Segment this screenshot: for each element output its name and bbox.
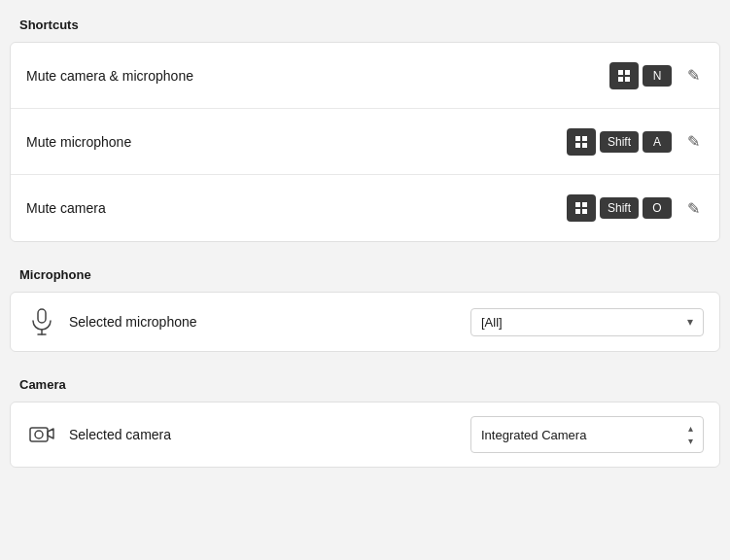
microphone-card: Selected microphone [All] ▾ — [10, 292, 720, 352]
key-shift-2: Shift — [600, 197, 639, 219]
camera-chevron-down: ▾ — [688, 436, 693, 446]
win-key-1 — [609, 62, 639, 89]
shortcut-row-mute-camera: Mute camera Shift O ✎ — [11, 175, 719, 241]
camera-chevron-up: ▴ — [688, 423, 693, 434]
microphone-device-label: Selected microphone — [69, 314, 470, 330]
key-combo-mute-mic: Shift A — [567, 128, 672, 156]
key-combo-mute-camera-mic: N — [609, 62, 672, 89]
key-combo-mute-camera: Shift O — [567, 194, 672, 222]
microphone-dropdown[interactable]: [All] ▾ — [470, 308, 704, 336]
camera-icon — [26, 419, 57, 450]
svg-rect-3 — [30, 428, 48, 441]
key-shift-1: Shift — [600, 131, 639, 153]
camera-device-row: Selected camera Integrated Camera ▴ ▾ — [11, 402, 719, 467]
shortcuts-card-group: Mute camera & microphone N ✎ Mute microp… — [10, 42, 720, 242]
edit-shortcut-mute-camera[interactable]: ✎ — [683, 195, 704, 222]
camera-device-label: Selected camera — [69, 427, 470, 442]
camera-dropdown-value: Integrated Camera — [481, 428, 586, 442]
key-n: N — [643, 65, 672, 87]
edit-shortcut-mute-mic[interactable]: ✎ — [683, 128, 704, 155]
shortcut-label-mute-mic: Mute microphone — [26, 134, 567, 150]
win-key-2 — [567, 128, 596, 156]
camera-dropdown-arrows: ▴ ▾ — [688, 423, 693, 446]
svg-rect-0 — [38, 309, 46, 323]
camera-section-label: Camera — [0, 360, 730, 402]
microphone-dropdown-chevron: ▾ — [687, 315, 693, 329]
camera-dropdown[interactable]: Integrated Camera ▴ ▾ — [470, 416, 704, 453]
microphone-device-row: Selected microphone [All] ▾ — [11, 293, 719, 351]
shortcuts-section-label: Shortcuts — [0, 0, 730, 42]
shortcut-row-mute-mic: Mute microphone Shift A ✎ — [11, 109, 719, 175]
microphone-section-label: Microphone — [0, 250, 730, 292]
shortcut-row-mute-camera-mic: Mute camera & microphone N ✎ — [11, 43, 719, 109]
edit-shortcut-mute-camera-mic[interactable]: ✎ — [683, 62, 704, 88]
win-key-3 — [567, 194, 596, 222]
camera-card: Selected camera Integrated Camera ▴ ▾ — [10, 402, 720, 468]
key-a: A — [643, 131, 672, 153]
shortcut-label-mute-camera-mic: Mute camera & microphone — [26, 68, 609, 84]
svg-point-4 — [35, 431, 43, 438]
shortcut-label-mute-camera: Mute camera — [26, 200, 567, 216]
microphone-icon — [26, 306, 57, 337]
key-o: O — [643, 197, 672, 219]
microphone-dropdown-value: [All] — [481, 315, 503, 330]
